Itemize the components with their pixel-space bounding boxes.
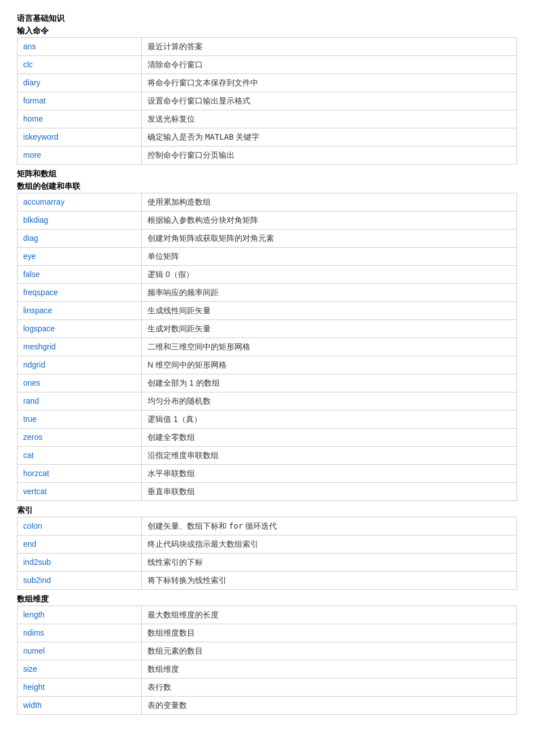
command-cell[interactable]: numel — [18, 642, 142, 660]
subsection-title-input: 输入命令 — [17, 25, 517, 37]
command-cell[interactable]: width — [18, 697, 142, 715]
table-input-commands: ans最近计算的答案clc清除命令行窗口diary将命令行窗口文本保存到文件中f… — [17, 37, 517, 165]
command-cell[interactable]: diag — [18, 230, 142, 248]
table-dim-commands: length最大数组维度的长度ndims数组维度数目numel数组元素的数目si… — [17, 606, 517, 715]
command-cell[interactable]: diary — [18, 74, 142, 92]
description-cell: 单位矩阵 — [142, 248, 517, 266]
for-keyword-label: for — [229, 521, 243, 530]
command-cell[interactable]: length — [18, 606, 142, 624]
description-cell: 确定输入是否为 MATLAB 关键字 — [142, 128, 517, 146]
command-cell[interactable]: cat — [18, 447, 142, 465]
description-cell: 表的变量数 — [142, 697, 517, 715]
table-row: clc清除命令行窗口 — [18, 56, 517, 74]
description-cell: 控制命令行窗口分页输出 — [142, 146, 517, 165]
description-cell: N 维空间中的矩形网格 — [142, 356, 517, 374]
description-cell: 频率响应的频率间距 — [142, 284, 517, 302]
command-cell[interactable]: false — [18, 266, 142, 284]
command-cell[interactable]: accumarray — [18, 193, 142, 211]
description-cell: 最大数组维度的长度 — [142, 606, 517, 624]
table-row: sub2ind将下标转换为线性索引 — [18, 572, 517, 590]
section-array-dim: 数组维度 length最大数组维度的长度ndims数组维度数目numel数组元素… — [17, 592, 517, 715]
table-row: cat沿指定维度串联数组 — [18, 447, 517, 465]
table-row: eye单位矩阵 — [18, 248, 517, 266]
table-row: vertcat垂直串联数组 — [18, 483, 517, 501]
description-cell: 水平串联数组 — [142, 465, 517, 483]
command-cell[interactable]: clc — [18, 56, 142, 74]
table-row: accumarray使用累加构造数组 — [18, 193, 517, 211]
description-cell: 逻辑 0（假） — [142, 266, 517, 284]
description-cell: 数组元素的数目 — [142, 642, 517, 660]
command-cell[interactable]: true — [18, 411, 142, 429]
command-cell[interactable]: sub2ind — [18, 572, 142, 590]
description-cell: 将下标转换为线性索引 — [142, 572, 517, 590]
description-cell: 创建全零数组 — [142, 429, 517, 447]
command-cell[interactable]: more — [18, 146, 142, 165]
matlab-keyword-label: MATLAB — [205, 132, 234, 141]
table-index-commands: colon创建矢量、数组下标和 for 循环迭代end终止代码块或指示最大数组索… — [17, 517, 517, 590]
command-cell[interactable]: ndgrid — [18, 356, 142, 374]
table-row: logspace生成对数间距矢量 — [18, 320, 517, 338]
description-cell: 将命令行窗口文本保存到文件中 — [142, 74, 517, 92]
description-cell: 发送光标复位 — [142, 110, 517, 128]
command-cell[interactable]: format — [18, 92, 142, 110]
table-row: size数组维度 — [18, 660, 517, 679]
command-cell[interactable]: linspace — [18, 302, 142, 320]
command-cell[interactable]: size — [18, 660, 142, 679]
section-title-dim: 数组维度 — [17, 592, 517, 606]
command-cell[interactable]: end — [18, 535, 142, 554]
table-row: diary将命令行窗口文本保存到文件中 — [18, 74, 517, 92]
table-row: blkdiag根据输入参数构造分块对角矩阵 — [18, 211, 517, 230]
command-cell[interactable]: rand — [18, 392, 142, 411]
command-cell[interactable]: logspace — [18, 320, 142, 338]
command-cell[interactable]: iskeyword — [18, 128, 142, 146]
table-row: diag创建对角矩阵或获取矩阵的对角元素 — [18, 230, 517, 248]
command-cell[interactable]: meshgrid — [18, 338, 142, 356]
description-cell: 均匀分布的随机数 — [142, 392, 517, 411]
table-row: colon创建矢量、数组下标和 for 循环迭代 — [18, 517, 517, 535]
command-cell[interactable]: height — [18, 679, 142, 697]
section-language-basics: 语言基础知识 输入命令 ans最近计算的答案clc清除命令行窗口diary将命令… — [17, 11, 517, 165]
command-cell[interactable]: blkdiag — [18, 211, 142, 230]
description-cell: 终止代码块或指示最大数组索引 — [142, 535, 517, 554]
description-cell: 清除命令行窗口 — [142, 56, 517, 74]
table-row: length最大数组维度的长度 — [18, 606, 517, 624]
section-title-language: 语言基础知识 — [17, 11, 517, 25]
command-cell[interactable]: ones — [18, 374, 142, 392]
command-cell[interactable]: colon — [18, 517, 142, 535]
description-cell: 根据输入参数构造分块对角矩阵 — [142, 211, 517, 230]
command-cell[interactable]: ind2sub — [18, 554, 142, 572]
table-array-commands: accumarray使用累加构造数组blkdiag根据输入参数构造分块对角矩阵d… — [17, 193, 517, 501]
command-cell[interactable]: horzcat — [18, 465, 142, 483]
command-cell[interactable]: ans — [18, 38, 142, 56]
subsection-title-create: 数组的创建和串联 — [17, 180, 517, 193]
table-row: false逻辑 0（假） — [18, 266, 517, 284]
table-row: linspace生成线性间距矢量 — [18, 302, 517, 320]
table-row: freqspace频率响应的频率间距 — [18, 284, 517, 302]
section-title-index: 索引 — [17, 503, 517, 517]
table-row: ndims数组维度数目 — [18, 624, 517, 642]
table-row: numel数组元素的数目 — [18, 642, 517, 660]
command-cell[interactable]: ndims — [18, 624, 142, 642]
command-cell[interactable]: home — [18, 110, 142, 128]
command-cell[interactable]: eye — [18, 248, 142, 266]
table-row: ind2sub线性索引的下标 — [18, 554, 517, 572]
description-cell: 创建矢量、数组下标和 for 循环迭代 — [142, 517, 517, 535]
table-row: rand均匀分布的随机数 — [18, 392, 517, 411]
description-cell: 二维和三维空间中的矩形网格 — [142, 338, 517, 356]
description-cell: 生成线性间距矢量 — [142, 302, 517, 320]
table-row: iskeyword确定输入是否为 MATLAB 关键字 — [18, 128, 517, 146]
description-cell: 生成对数间距矢量 — [142, 320, 517, 338]
table-row: end终止代码块或指示最大数组索引 — [18, 535, 517, 554]
section-indexing: 索引 colon创建矢量、数组下标和 for 循环迭代end终止代码块或指示最大… — [17, 503, 517, 590]
description-cell: 线性索引的下标 — [142, 554, 517, 572]
table-row: ones创建全部为 1 的数组 — [18, 374, 517, 392]
table-row: true逻辑值 1（真） — [18, 411, 517, 429]
command-cell[interactable]: freqspace — [18, 284, 142, 302]
description-cell: 沿指定维度串联数组 — [142, 447, 517, 465]
page-container: 语言基础知识 输入命令 ans最近计算的答案clc清除命令行窗口diary将命令… — [17, 11, 517, 715]
section-title-matrix: 矩阵和数组 — [17, 167, 517, 180]
command-cell[interactable]: zeros — [18, 429, 142, 447]
section-matrix-array: 矩阵和数组 数组的创建和串联 accumarray使用累加构造数组blkdiag… — [17, 167, 517, 501]
description-cell: 数组维度数目 — [142, 624, 517, 642]
command-cell[interactable]: vertcat — [18, 483, 142, 501]
